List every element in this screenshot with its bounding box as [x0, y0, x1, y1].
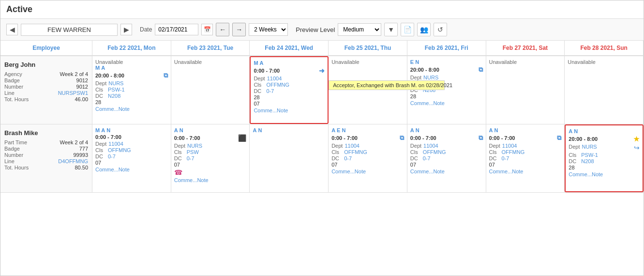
- shift-num: 28: [569, 165, 640, 170]
- weeks-select[interactable]: 2 Weeks: [249, 23, 288, 36]
- shift-note[interactable]: Comme...Note: [489, 169, 562, 174]
- shift-num: 07: [174, 162, 247, 168]
- back-button[interactable]: ←: [216, 23, 229, 36]
- shift-time: 0:00 - 7:00 ⬛: [174, 134, 247, 142]
- shift-block: 0:00 - 7:00 ⧉ Dept 11004 Cls OFFMNG DC 0…: [331, 134, 404, 174]
- brash-tue[interactable]: AN 0:00 - 7:00 ⬛ Dept NURS Cls PSW: [171, 124, 250, 192]
- shift-dept: Dept NURS: [174, 143, 247, 149]
- emp-number: Number 9012: [4, 84, 88, 90]
- forward-button[interactable]: →: [232, 23, 246, 36]
- berg-sat[interactable]: Unavailable: [486, 56, 565, 124]
- shift-time: 0:00 - 7:00 ⧉: [489, 134, 562, 142]
- shift-abbr: AN: [569, 128, 640, 134]
- berg-wed[interactable]: MA 0:00 - 7:00 ➜ Dept 11004 Cls OFFMNG: [250, 56, 329, 124]
- shift-dc: DC N208: [569, 158, 640, 164]
- people-icon[interactable]: 👥: [417, 23, 431, 36]
- shift-block: 0:00 - 7:00 ⧉ Dept 11004 Cls OFFMNG DC 0…: [410, 134, 483, 174]
- shift-time: 0:00 - 7:00 ➜: [254, 67, 325, 75]
- shift-cls: Cls OFFMNG: [254, 82, 325, 88]
- col-employee: Employee: [0, 41, 92, 55]
- col-tue: Feb 23 2021, Tue: [171, 41, 250, 55]
- shift-cls: Cls OFFMNG: [331, 149, 404, 155]
- filter-icon[interactable]: ▼: [384, 23, 398, 36]
- refresh-icon[interactable]: ↺: [434, 23, 447, 36]
- unavailable-status: Unavailable: [489, 59, 562, 65]
- copy-icon[interactable]: ⧉: [164, 72, 168, 79]
- emp-number: Number 99993: [4, 152, 88, 158]
- shift-dept: Dept 11004: [410, 143, 483, 149]
- shift-note[interactable]: Comme...Note: [174, 177, 247, 183]
- document-icon[interactable]: 📄: [401, 23, 414, 36]
- emp-hours: Tot. Hours 46.00: [4, 96, 88, 102]
- berg-mon[interactable]: Unavailable MA 20:00 - 8:00 ⧉ Dept NURS …: [92, 56, 171, 124]
- shift-time: 20:00 - 8:00 ⧉: [95, 72, 168, 79]
- shift-time: 0:00 - 7:00 ⧉: [410, 134, 483, 142]
- shift-dc: DC 0-7: [174, 155, 247, 161]
- col-mon: Feb 22 2021, Mon: [92, 41, 171, 55]
- copy-icon[interactable]: ⧉: [479, 134, 483, 142]
- exchange-tooltip: Acceptor, Exchanged with Brash M. on 02/…: [329, 80, 445, 90]
- emp-badge: Badge 9012: [4, 77, 88, 83]
- shift-note[interactable]: Comme...Note: [410, 169, 483, 174]
- unavailable-status: Unavailable: [174, 59, 247, 65]
- shift-abbr: AN: [174, 127, 247, 133]
- page-wrapper: Active ◀ FEW WARREN ▶ Date 📅 ← → 2 Weeks…: [0, 0, 644, 276]
- shift-time: 20:00 - 8:00 ⧉: [410, 66, 483, 74]
- phone-icon: ☎: [174, 169, 182, 176]
- emp-badge: Badge 777: [4, 146, 88, 152]
- berg-thu[interactable]: Unavailable Acceptor, Exchanged with Bra…: [329, 56, 407, 124]
- col-sun: Feb 28 2021, Sun: [565, 41, 644, 55]
- date-input[interactable]: [155, 24, 198, 35]
- col-wed: Feb 24 2021, Wed: [250, 41, 329, 55]
- unavailable-status: Unavailable: [568, 59, 640, 65]
- shift-block: 0:00 - 7:00 ⬛ Dept NURS Cls PSW DC 0-7: [174, 134, 247, 183]
- shift-note[interactable]: Comme...Note: [254, 107, 325, 113]
- shift-num: 28: [95, 99, 168, 105]
- shift-dc: DC 0-7: [410, 155, 483, 161]
- shift-dc: DC N208: [95, 93, 168, 99]
- brash-sat[interactable]: AN 0:00 - 7:00 ⧉ Dept 11004 Cls OFFMNG: [486, 124, 565, 192]
- shift-dc: DC 0-7: [489, 155, 562, 161]
- copy-icon[interactable]: ⧉: [479, 66, 483, 74]
- shift-block: 20:00 - 8:00 ★ Dept NURS ↪ Cls PSW-1 DC: [569, 135, 640, 177]
- berg-fri[interactable]: EN 20:00 - 8:00 ⧉ Dept NURS Cls PSW-1: [407, 56, 486, 124]
- employee-berg-john: Berg John Agency Week 2 of 4 Badge 9012 …: [0, 56, 92, 124]
- preview-level-label: Preview Level: [296, 26, 335, 33]
- emp-line: Line D4OFFMNG: [4, 158, 88, 164]
- unavailable-status: Unavailable: [95, 59, 168, 65]
- row-brash-mike: Brash Mike Part Time Week 2 of 4 Badge 7…: [0, 124, 644, 193]
- shift-note[interactable]: Comme...Note: [331, 169, 404, 174]
- emp-hours: Tot. Hours 80.50: [4, 165, 88, 170]
- shift-note[interactable]: Comme...Note: [95, 106, 168, 112]
- berg-sun[interactable]: Unavailable: [565, 56, 644, 124]
- star-icon: ★: [633, 135, 640, 143]
- copy-icon[interactable]: ⧉: [557, 134, 561, 142]
- shift-note[interactable]: Comme...Note: [410, 100, 483, 106]
- shift-note[interactable]: Comme...Note: [95, 167, 168, 172]
- shift-num: 28: [254, 94, 325, 100]
- copy-icon[interactable]: ⧉: [400, 134, 404, 142]
- shift-num2: 07: [254, 101, 325, 107]
- berg-tue[interactable]: Unavailable: [171, 56, 250, 124]
- shift-cls: Cls OFFMNG: [95, 147, 168, 153]
- calendar-icon[interactable]: 📅: [201, 24, 213, 35]
- shift-block: 0:00 - 7:00 Dept 11004 Cls OFFMNG DC 0-7…: [95, 134, 168, 172]
- row-berg-john: Berg John Agency Week 2 of 4 Badge 9012 …: [0, 56, 644, 124]
- shift-num: 28: [410, 93, 483, 99]
- preview-level-select[interactable]: Medium: [338, 23, 381, 36]
- shift-cls: Cls PSW: [174, 149, 247, 155]
- brash-fri[interactable]: AN 0:00 - 7:00 ⧉ Dept 11004 Cls OFFMNG: [407, 124, 486, 192]
- shift-abbr: AN: [253, 127, 325, 133]
- brash-wed[interactable]: AN: [250, 124, 329, 192]
- brash-thu[interactable]: AEN 0:00 - 7:00 ⧉ Dept 11004 Cls OFFMNG: [329, 124, 407, 192]
- prev-employee-button[interactable]: ◀: [6, 24, 18, 35]
- brash-sun[interactable]: AN 20:00 - 8:00 ★ Dept NURS ↪ Cls PSW-1: [565, 124, 644, 192]
- shift-abbr: MA: [254, 60, 325, 66]
- next-employee-button[interactable]: ▶: [120, 24, 132, 35]
- shift-dept: Dept NURS ↪: [569, 144, 640, 152]
- arrow-icon: ➜: [319, 67, 325, 75]
- brash-mon[interactable]: MAN 0:00 - 7:00 Dept 11004 Cls OFFMNG DC…: [92, 124, 171, 192]
- shift-note[interactable]: Comme...Note: [569, 171, 640, 177]
- cube-icon: ⬛: [238, 134, 246, 142]
- shift-num: 07: [489, 162, 562, 168]
